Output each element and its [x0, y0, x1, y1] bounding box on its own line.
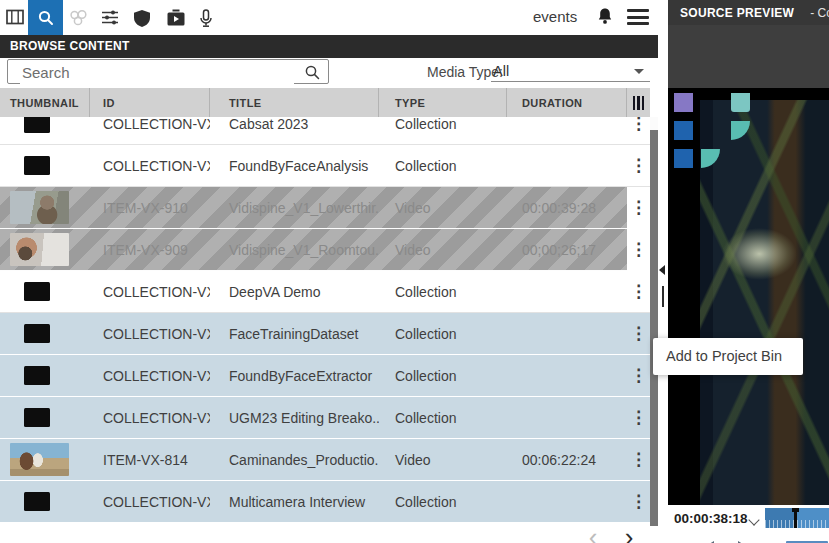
thumbnail-cell [0, 233, 90, 266]
media-box-icon[interactable] [166, 9, 186, 31]
filter-bar: Media Type: All [0, 58, 658, 88]
row-kebab-menu-icon[interactable]: ⋮ [627, 355, 650, 397]
sliders-icon[interactable] [101, 9, 119, 30]
row-type: Video [379, 452, 507, 468]
row-kebab-menu-icon[interactable]: ⋮ [627, 229, 650, 271]
table-row[interactable]: COLLECTION-VX...DeepVA DemoCollection⋮ [0, 271, 650, 313]
collapse-left-icon[interactable] [659, 265, 665, 275]
panel-splitter[interactable] [658, 0, 668, 543]
folder-icon [24, 156, 50, 175]
row-duration: 00:00:39:28 [507, 200, 627, 216]
prev-page-icon[interactable]: ‹ [578, 524, 608, 543]
row-kebab-menu-icon[interactable]: ⋮ [627, 271, 650, 313]
table-row[interactable]: ITEM-VX-814Caminandes_Productio...Video0… [0, 439, 650, 481]
application-window: events BROWSE CONTENT Media Type: All TH… [0, 0, 829, 543]
source-preview-header: SOURCE PREVIEW - Cosmos [668, 0, 829, 25]
row-id: ITEM-VX-814 [90, 452, 210, 468]
table-row[interactable]: COLLECTION-VX...Multicamera InterviewCol… [0, 481, 650, 523]
column-settings-button[interactable] [627, 88, 650, 117]
row-id: COLLECTION-VX... [90, 284, 210, 300]
film-strip-icon[interactable] [6, 9, 24, 29]
row-kebab-menu-icon[interactable]: ⋮ [627, 313, 650, 355]
logo-square-blue [674, 121, 693, 140]
thumbnail-cell [0, 443, 90, 476]
menu-icon[interactable] [627, 9, 649, 29]
row-title: FaceTrainingDataset [210, 326, 379, 342]
table-body: COLLECTION-VX...Cabsat 2023Collection⋮CO… [0, 117, 650, 526]
video-thumbnail [10, 191, 69, 224]
magnifier-icon[interactable] [304, 64, 321, 81]
thumbnail-cell [0, 492, 90, 511]
row-kebab-menu-icon[interactable]: ⋮ [627, 145, 650, 187]
media-type-select[interactable]: All [491, 60, 650, 82]
row-type: Collection [379, 117, 507, 132]
panel-title: BROWSE CONTENT [0, 35, 658, 58]
column-header-type[interactable]: TYPE [379, 88, 507, 117]
folder-icon [24, 282, 50, 301]
search-tool-button[interactable] [28, 0, 63, 35]
table-row[interactable]: COLLECTION-VX...Cabsat 2023Collection⋮ [0, 117, 650, 145]
row-kebab-menu-icon[interactable]: ⋮ [627, 481, 650, 523]
search-box[interactable] [7, 59, 329, 84]
video-thumbnail [10, 233, 69, 266]
row-id: ITEM-VX-910 [90, 200, 210, 216]
column-header-title[interactable]: TITLE [210, 88, 379, 117]
row-duration: 00:06:22:24 [507, 452, 627, 468]
thumbnail-cell [0, 366, 90, 385]
shield-icon[interactable] [133, 9, 151, 32]
row-type: Video [379, 242, 507, 258]
logo-square-purple [674, 93, 693, 112]
folder-icon [24, 492, 50, 511]
row-kebab-menu-icon[interactable]: ⋮ [627, 187, 650, 229]
search-input[interactable] [20, 61, 294, 84]
row-id: ITEM-VX-909 [90, 242, 210, 258]
row-duration: 00;00;26;17 [507, 242, 627, 258]
row-type: Collection [379, 158, 507, 174]
table-row[interactable]: COLLECTION-VX...FaceTrainingDatasetColle… [0, 313, 650, 355]
playhead-marker[interactable] [794, 508, 797, 528]
table-row[interactable]: COLLECTION-VX...FoundByFaceAnalysisColle… [0, 145, 650, 187]
row-title: Cabsat 2023 [210, 117, 379, 132]
thumbnail-cell [0, 282, 90, 301]
video-frame [700, 100, 829, 505]
mini-timeline[interactable] [765, 508, 829, 528]
source-preview-panel: SOURCE PREVIEW - Cosmos 00:00:38:18 [668, 0, 829, 543]
row-kebab-menu-icon[interactable]: ⋮ [627, 117, 650, 145]
row-type: Collection [379, 410, 507, 426]
table-row[interactable]: ITEM-VX-910Vidispine_V1_Lowerthir...Vide… [0, 187, 650, 229]
current-timecode[interactable]: 00:00:38:18 [674, 511, 748, 526]
bell-icon[interactable] [597, 7, 613, 30]
source-preview-title: SOURCE PREVIEW [680, 6, 794, 20]
table-row[interactable]: ITEM-VX-909Vidispine_V1_Roomtou...Video0… [0, 229, 650, 271]
row-title: Vidispine_V1_Roomtou... [210, 242, 379, 258]
timecode-dropdown-icon[interactable] [748, 514, 759, 525]
scrollbar-thumb[interactable] [650, 130, 658, 526]
faces-icon[interactable] [69, 9, 88, 30]
column-header-duration[interactable]: DURATION [507, 88, 627, 117]
video-viewport[interactable] [668, 88, 829, 505]
row-type: Video [379, 200, 507, 216]
row-title: FoundByFaceExtractor [210, 368, 379, 384]
row-title: FoundByFaceAnalysis [210, 158, 379, 174]
splitter-handle-icon[interactable] [662, 286, 664, 307]
next-page-icon[interactable]: › [614, 524, 644, 543]
events-link[interactable]: events [533, 8, 577, 25]
row-id: COLLECTION-VX... [90, 494, 210, 510]
row-kebab-menu-icon[interactable]: ⋮ [627, 439, 650, 481]
row-id: COLLECTION-VX... [90, 117, 210, 132]
transport-controls [668, 535, 829, 543]
row-type: Collection [379, 284, 507, 300]
vertical-scrollbar[interactable] [650, 117, 658, 526]
row-kebab-menu-icon[interactable]: ⋮ [627, 397, 650, 439]
context-menu: Add to Project Bin [653, 338, 803, 375]
row-type: Collection [379, 494, 507, 510]
table-row[interactable]: COLLECTION-VX...FoundByFaceExtractorColl… [0, 355, 650, 397]
table-row[interactable]: COLLECTION-VX...UGM23 Editing Breako...C… [0, 397, 650, 439]
column-header-thumbnail[interactable]: THUMBNAIL [0, 88, 90, 117]
context-menu-item-add-to-project-bin[interactable]: Add to Project Bin [653, 338, 803, 375]
logo-square-blue [674, 149, 693, 168]
video-thumbnail [10, 443, 69, 476]
folder-icon [24, 408, 50, 427]
column-header-id[interactable]: ID [90, 88, 210, 117]
microphone-icon[interactable] [199, 9, 213, 32]
